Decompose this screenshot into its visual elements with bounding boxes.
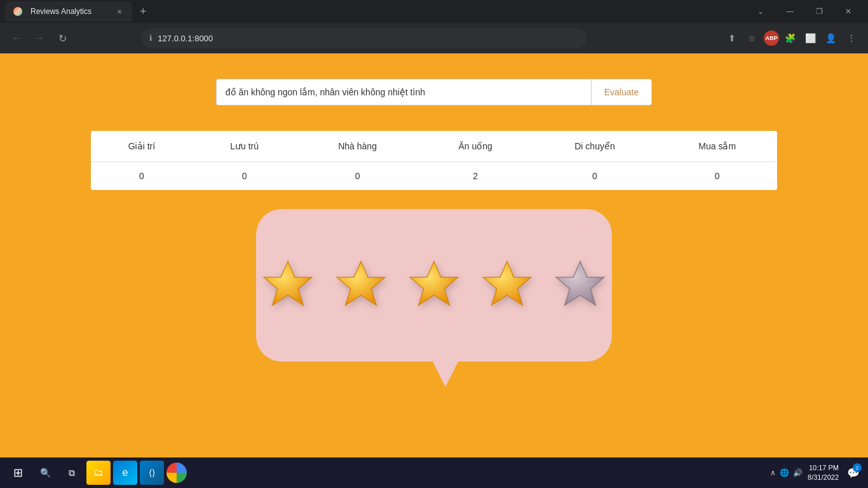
stars-bubble	[237, 209, 631, 387]
bookmark-icon[interactable]: ☆	[743, 29, 761, 47]
star-5-empty	[549, 254, 612, 317]
minimize-button[interactable]: —	[775, 0, 804, 23]
tab-favicon	[13, 6, 23, 17]
url-text: 127.0.0.1:8000	[158, 34, 213, 43]
taskbar-search-icon[interactable]: 🔍	[33, 461, 57, 485]
results-table: Giải trí Lưu trú Nhà hàng Ăn uống Di chu…	[91, 131, 777, 190]
taskbar-app-task-view[interactable]: ⧉	[60, 461, 84, 485]
stars-container	[0, 209, 868, 387]
val-luu-tru: 0	[193, 162, 297, 191]
menu-icon[interactable]: ⋮	[843, 29, 860, 47]
svg-marker-4	[557, 261, 605, 305]
address-bar[interactable]: ℹ 127.0.0.1:8000	[142, 28, 587, 48]
star-4	[476, 254, 539, 317]
bubble-tail	[426, 349, 465, 387]
col-header-nha-hang: Nhà hàng	[297, 131, 419, 162]
col-header-di-chuyen: Di chuyển	[532, 131, 658, 162]
star-1	[256, 254, 319, 317]
val-nha-hang: 0	[297, 162, 419, 191]
network-icon[interactable]: 🌐	[780, 468, 789, 477]
window-controls: ⌄ — ❐ ✕	[746, 0, 863, 23]
taskbar-app-file-explorer[interactable]: 🗂	[86, 461, 111, 485]
col-header-an-uong: Ăn uống	[419, 131, 532, 162]
table-data-row: 0 0 0 2 0 0	[91, 162, 777, 191]
val-giai-tri: 0	[91, 162, 193, 191]
profile-picture-icon[interactable]: ⬜	[802, 29, 820, 47]
tab-close-button[interactable]: ✕	[114, 6, 125, 17]
taskbar-date-text: 8/31/2022	[808, 473, 839, 482]
active-tab[interactable]: Reviews Analytics ✕	[5, 1, 132, 22]
new-tab-button[interactable]: +	[135, 1, 152, 22]
search-area: Evaluate	[216, 79, 652, 105]
val-di-chuyen: 0	[532, 162, 658, 191]
col-header-mua-sam: Mua sắm	[657, 131, 777, 162]
tab-title: Reviews Analytics	[31, 7, 92, 16]
taskbar-system-icons: ∧ 🌐 🔊	[770, 468, 803, 477]
refresh-button[interactable]: ↻	[53, 29, 71, 47]
chevron-down-icon[interactable]: ⌄	[746, 0, 775, 23]
close-button[interactable]: ✕	[834, 0, 863, 23]
svg-marker-0	[264, 261, 312, 305]
address-bar-row: ← → ↻ ℹ 127.0.0.1:8000 ⬆ ☆ ABP 🧩 ⬜ 👤 ⋮	[0, 23, 868, 53]
taskbar-app-edge[interactable]: e	[113, 461, 137, 485]
show-hidden-icon[interactable]: ∧	[770, 468, 776, 477]
forward-button[interactable]: →	[31, 29, 48, 47]
star-2	[329, 254, 392, 317]
svg-marker-1	[337, 261, 385, 305]
bubble-shape	[256, 209, 612, 362]
val-an-uong: 2	[419, 162, 532, 191]
table-header-row: Giải trí Lưu trú Nhà hàng Ăn uống Di chu…	[91, 131, 777, 162]
notification-badge: 2	[853, 463, 862, 472]
taskbar-clock[interactable]: 10:17 PM 8/31/2022	[808, 463, 839, 483]
back-button[interactable]: ←	[8, 29, 25, 47]
abp-icon[interactable]: ABP	[764, 30, 779, 46]
start-button[interactable]: ⊞	[5, 460, 31, 485]
tab-bar: Reviews Analytics ✕ + ⌄ — ❐ ✕	[0, 0, 868, 23]
evaluate-button[interactable]: Evaluate	[591, 79, 652, 105]
toolbar-icons: ⬆ ☆ ABP 🧩 ⬜ 👤 ⋮	[723, 29, 860, 47]
taskbar: ⊞ 🔍 ⧉ 🗂 e ⟨⟩ ∧ 🌐 🔊 10:17 PM 8/31/2022 💬 …	[0, 458, 868, 488]
browser-chrome: Reviews Analytics ✕ + ⌄ — ❐ ✕ ← → ↻ ℹ 12…	[0, 0, 868, 53]
val-mua-sam: 0	[657, 162, 777, 191]
share-icon[interactable]: ⬆	[723, 29, 741, 47]
maximize-button[interactable]: ❐	[804, 0, 834, 23]
col-header-giai-tri: Giải trí	[91, 131, 193, 162]
volume-icon[interactable]: 🔊	[793, 468, 803, 477]
svg-marker-2	[410, 261, 458, 305]
col-header-luu-tru: Lưu trú	[193, 131, 297, 162]
review-input[interactable]	[216, 79, 591, 105]
lock-icon: ℹ	[149, 34, 153, 43]
taskbar-right: ∧ 🌐 🔊 10:17 PM 8/31/2022 💬 2	[770, 461, 863, 485]
page-content: Evaluate Giải trí Lưu trú Nhà hàng Ăn uố…	[0, 53, 868, 458]
user-icon[interactable]: 👤	[822, 29, 840, 47]
taskbar-app-vscode[interactable]: ⟨⟩	[140, 461, 164, 485]
svg-marker-3	[483, 261, 531, 305]
star-3	[402, 254, 465, 317]
notification-center[interactable]: 💬 2	[844, 461, 863, 485]
taskbar-time-text: 10:17 PM	[808, 463, 839, 473]
taskbar-app-chrome[interactable]	[166, 463, 187, 483]
extensions-icon[interactable]: 🧩	[782, 29, 799, 47]
